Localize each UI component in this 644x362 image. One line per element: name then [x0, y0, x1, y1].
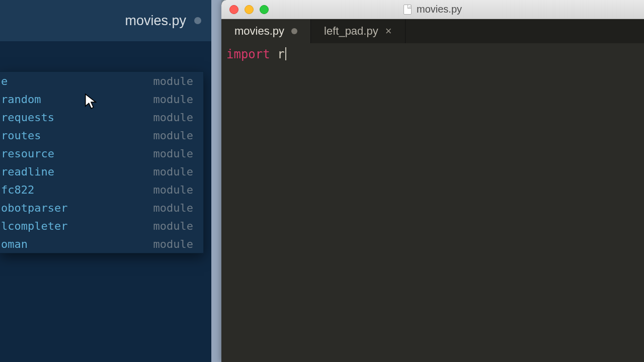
autocomplete-item[interactable]: random module: [0, 90, 203, 108]
autocomplete-item[interactable]: requests module: [0, 108, 203, 126]
right-editor-window: movies.py movies.py left_pad.py × import…: [221, 0, 644, 362]
autocomplete-item-kind: module: [153, 165, 193, 178]
window-zoom-button[interactable]: [260, 5, 269, 14]
left-tab-movies[interactable]: movies.py: [125, 13, 201, 29]
code-text: r: [270, 47, 285, 61]
autocomplete-item[interactable]: resource module: [0, 144, 203, 162]
autocomplete-item-name: routes: [1, 129, 41, 142]
document-icon: [404, 5, 412, 15]
left-editor-body[interactable]: e module random module requests module r…: [0, 41, 211, 362]
autocomplete-item[interactable]: routes module: [0, 126, 203, 144]
tab-dirty-indicator-icon: [194, 17, 201, 24]
autocomplete-item-name: resource: [1, 147, 54, 160]
autocomplete-item-name: e: [1, 75, 8, 87]
code-editor[interactable]: import r: [221, 43, 644, 65]
tab-dirty-indicator-icon: [291, 28, 297, 34]
window-close-button[interactable]: [229, 5, 238, 14]
tab-close-icon[interactable]: ×: [385, 26, 392, 37]
autocomplete-item-kind: module: [153, 220, 193, 232]
left-tabbar: movies.py: [0, 0, 211, 41]
tab-label: left_pad.py: [324, 25, 378, 38]
autocomplete-item-name: lcompleter: [1, 220, 67, 232]
autocomplete-item[interactable]: oman module: [0, 235, 203, 253]
autocomplete-item-kind: module: [153, 147, 193, 160]
window-titlebar[interactable]: movies.py: [221, 0, 644, 19]
autocomplete-item-name: requests: [1, 111, 54, 124]
autocomplete-item[interactable]: e module: [0, 72, 203, 90]
window-controls: [229, 5, 269, 14]
autocomplete-item-kind: module: [153, 111, 193, 124]
autocomplete-item-name: fc822: [1, 184, 34, 196]
autocomplete-item[interactable]: lcompleter module: [0, 217, 203, 235]
autocomplete-item[interactable]: obotparser module: [0, 199, 203, 217]
tab-movies[interactable]: movies.py: [221, 19, 311, 43]
tab-label: movies.py: [234, 25, 284, 38]
left-tab-title: movies.py: [125, 13, 186, 29]
autocomplete-item[interactable]: readline module: [0, 162, 203, 180]
autocomplete-item-kind: module: [153, 129, 193, 142]
autocomplete-item-kind: module: [153, 75, 193, 87]
desktop-background-strip: [211, 0, 221, 362]
autocomplete-item-kind: module: [153, 238, 193, 250]
window-title: movies.py: [404, 4, 462, 15]
left-editor-window: movies.py e module random module request…: [0, 0, 211, 362]
window-title-text: movies.py: [417, 4, 462, 15]
text-caret-icon: [285, 47, 286, 60]
right-tabbar: movies.py left_pad.py ×: [221, 19, 644, 43]
autocomplete-popup[interactable]: e module random module requests module r…: [0, 71, 204, 253]
autocomplete-item-kind: module: [153, 202, 193, 214]
autocomplete-item-name: obotparser: [1, 202, 67, 214]
autocomplete-item-name: oman: [1, 238, 28, 250]
autocomplete-item-kind: module: [153, 184, 193, 196]
code-keyword: import: [226, 47, 270, 61]
autocomplete-item-kind: module: [153, 93, 193, 106]
autocomplete-item-name: random: [1, 93, 41, 106]
window-minimize-button[interactable]: [245, 5, 254, 14]
tab-left-pad[interactable]: left_pad.py ×: [311, 19, 406, 43]
autocomplete-item[interactable]: fc822 module: [0, 180, 203, 199]
autocomplete-item-name: readline: [1, 165, 54, 178]
